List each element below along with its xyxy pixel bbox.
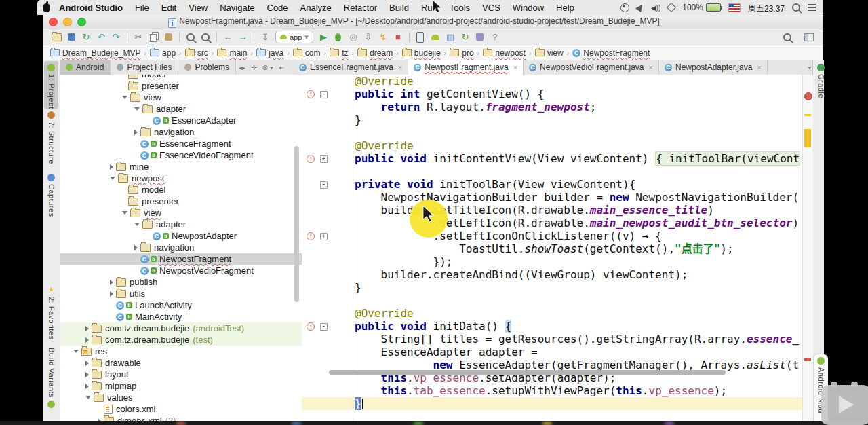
code-line[interactable] [302,126,802,139]
save-all-icon[interactable] [64,31,78,43]
notification-center-icon[interactable] [808,4,816,5]
collapse-triangle-icon[interactable] [85,326,89,331]
breadcrumb-app[interactable]: app [150,48,176,58]
volume-icon[interactable]: ◀)) [651,4,660,12]
tree-item-adapter[interactable]: adapter [60,103,302,115]
code-line[interactable]: ↑-public void initData() { [302,320,802,333]
menu-android-studio[interactable]: Android Studio [53,3,129,13]
stripe-mark[interactable] [804,114,811,116]
avd-manager-icon[interactable] [414,31,427,43]
tree-item-presenter[interactable]: presenter [60,80,302,92]
expand-triangle-icon[interactable] [134,223,140,226]
stripe-mark[interactable] [804,358,811,361]
run-icon[interactable]: ▶ [317,31,330,43]
collapse-triangle-icon[interactable] [134,130,138,135]
cut-icon[interactable]: ✂ [132,31,145,43]
code-line[interactable]: ↑-public int getContentView() { [302,88,802,100]
tool-button-structure[interactable]: 7: Structure [44,109,58,171]
code-line[interactable]: .setLeftIcon(R.drawable.main_newpost_aud… [302,217,802,229]
override-gutter-icon[interactable]: ↑ [307,232,315,240]
tree-item-presenter[interactable]: presenter [60,196,302,207]
breadcrumb-src[interactable]: src [185,48,208,58]
video-play-overlay[interactable] [821,385,868,425]
expand-triangle-icon[interactable] [134,107,140,111]
tab-list-icon[interactable]: ▾ [808,64,811,71]
close-tab-icon[interactable]: × [757,63,761,71]
code-line[interactable]: @Override [302,139,802,152]
collapse-triangle-icon[interactable] [85,384,89,389]
help-icon[interactable]: ? [488,31,502,43]
stripe-mark[interactable] [804,129,811,147]
code-line[interactable]: String[] titles = getResources().getStri… [302,333,802,346]
breadcrumb-pro[interactable]: pro [450,48,473,58]
menu-file[interactable]: File [129,3,155,13]
project-structure-icon[interactable] [473,31,487,43]
code-line[interactable]: } [302,397,802,410]
code-line[interactable]: builder.setTitleIcon(R.drawable.main_ess… [302,204,802,217]
tree-item-newpostfragment[interactable]: CbNewpostFragment [60,253,302,265]
replace-icon[interactable] [199,31,212,43]
menu-edit[interactable]: Edit [155,3,182,13]
gradle-sync-icon[interactable]: ↻ [458,31,472,43]
tree-item-newpostvediofragment[interactable]: CbNewpostVedioFragment [60,265,302,276]
clock-icon[interactable] [620,3,629,12]
code-line[interactable]: @Override [302,75,802,88]
tree-item-utils[interactable]: utils [60,288,302,299]
editor-tab-newpostfragment-java[interactable]: CNewpostFragment.java× [408,60,524,75]
location-arrow-icon[interactable] [635,3,645,12]
tree-scrollbar[interactable] [294,146,299,302]
fold-collapse-icon[interactable]: - [320,323,328,331]
tool-button-gradle[interactable]: Gradle [814,61,828,114]
search-everywhere-icon[interactable] [781,31,794,43]
tree-item-model[interactable]: model [60,184,302,196]
instant-run-icon[interactable]: ↯ [376,31,390,43]
forward-icon[interactable]: → [236,31,250,43]
code-editor[interactable]: @Override↑-public int getContentView() {… [302,75,802,421]
zoom-window-button[interactable] [77,18,86,26]
minimize-window-button[interactable] [63,18,72,26]
attach-debugger-icon[interactable]: ⇩ [361,31,375,43]
sdk-manager-icon[interactable] [429,31,442,43]
expand-triangle-icon[interactable] [122,211,127,215]
error-stripe[interactable] [802,75,813,421]
code-line[interactable]: ↑+ .setLeftIconOnClickListener((v) → { [302,229,802,242]
close-tab-icon[interactable]: × [513,63,517,71]
tree-item-essenceadapter[interactable]: CbEssenceAdapter [60,115,302,126]
collapse-triangle-icon[interactable] [110,291,113,297]
expand-triangle-icon[interactable] [122,96,127,99]
collapse-triangle-icon[interactable] [110,280,113,285]
find-icon[interactable] [184,31,197,43]
tree-item-dimens-xml-2[interactable]: dimens.xml(2) [60,415,302,421]
menu-analyze[interactable]: Analyze [294,3,338,13]
hide-panel-icon[interactable]: ⇤ [276,60,287,75]
fold-collapse-icon[interactable]: - [320,91,328,98]
collapse-windows-icon[interactable]: ↧ [258,31,272,43]
settings-gear-icon[interactable]: ⊛ ▾ [260,60,276,75]
collapse-triangle-icon[interactable] [85,361,89,366]
collapse-triangle-icon[interactable] [134,245,138,251]
tree-item-res[interactable]: res [60,346,302,357]
panel-toggle-icon[interactable] [802,31,816,43]
redo-icon[interactable]: ↷ [109,31,123,43]
breadcrumb-budejie[interactable]: budejie [402,48,441,58]
code-line[interactable]: -private void initToolBar(View viewConte… [302,178,802,191]
menu-window[interactable]: Window [507,3,550,13]
fold-expand-icon[interactable]: + [320,233,328,240]
tree-item-publish[interactable]: publish [60,276,302,288]
back-icon[interactable]: ← [221,31,235,43]
code-line[interactable]: this.tab_essence.setupWithViewPager(this… [302,384,802,397]
tree-item-mainactivity[interactable]: CbMainActivity [60,311,302,322]
tool-tab-problems[interactable]: Problems [178,60,236,75]
copy-icon[interactable] [146,31,160,43]
run-config-chip[interactable]: app▾ [275,31,313,43]
sync-icon[interactable]: ↻ [79,31,93,43]
menu-navigate[interactable]: Navigate [214,3,260,13]
tool-tab-android[interactable]: Android [60,60,111,75]
override-gutter-icon[interactable]: ↑ [307,155,315,163]
code-line[interactable]: @Override [302,307,802,320]
tool-button-captures[interactable]: Captures [44,171,58,224]
breadcrumb-newpost[interactable]: newpost [483,48,526,58]
open-icon[interactable] [50,31,63,43]
tree-item-view[interactable]: view [60,207,302,219]
override-gutter-icon[interactable]: ↑ [307,90,315,98]
